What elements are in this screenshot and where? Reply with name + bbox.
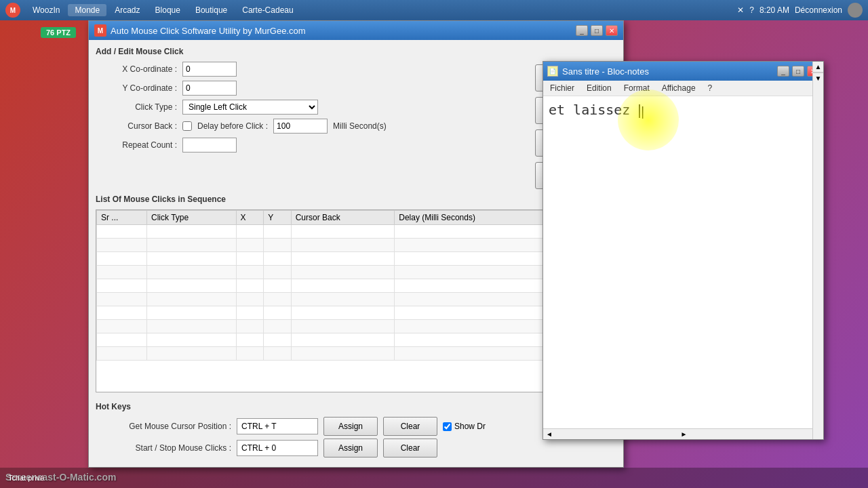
notepad-titlebar: 📄 Sans titre - Bloc-notes _ □ ✕ (543, 62, 823, 81)
col-y: Y (264, 211, 292, 225)
list-section-title: List Of Mouse Clicks in Sequence (96, 195, 560, 204)
bottom-tab-label[interactable]: Tchat privé (8, 474, 44, 482)
table-row (97, 252, 559, 266)
taskbar-item-arcadz[interactable]: Arcadz (108, 4, 146, 16)
scroll-down-arrow[interactable]: ▼ (813, 73, 823, 83)
table-row (97, 239, 559, 252)
y-coord-row: Y Co-ordinate : (96, 81, 528, 96)
cursor-back-row: Cursor Back : Delay before Click : Milli… (96, 119, 528, 134)
close-button[interactable]: ✕ (606, 25, 618, 36)
show-dr-container: Show Dr (443, 422, 486, 431)
taskbar-right: ✕ ? 8:20 AM Déconnexion (737, 3, 863, 18)
col-sr: Sr ... (97, 211, 147, 225)
taskbar-item-bloque[interactable]: Bloque (149, 4, 187, 16)
scroll-left-arrow[interactable]: ◄ (546, 430, 553, 438)
repeat-count-input[interactable] (182, 138, 237, 152)
notepad-maximize-button[interactable]: □ (792, 66, 804, 77)
cursor-back-checkbox[interactable] (182, 121, 192, 131)
col-cursor-back: Cursor Back (291, 211, 395, 225)
hotkey2-assign-button[interactable]: Assign (323, 439, 378, 458)
scroll-right-arrow[interactable]: ► (681, 430, 688, 438)
app-icon: M (94, 24, 106, 37)
taskbar-icon-question[interactable]: ? (749, 5, 754, 15)
bottom-bar: Tchat privé (0, 468, 868, 488)
show-dr-checkbox[interactable] (443, 422, 452, 431)
col-click-type: Click Type (147, 211, 237, 225)
table-container: Sr ... Click Type X Y Cursor Back Delay … (96, 209, 560, 392)
hotkey1-row: Get Mouse Cursor Position : Assign Clear… (96, 417, 616, 436)
taskbar-logo: M (5, 3, 20, 18)
click-type-row: Click Type : Single Left Click Double Le… (96, 100, 528, 115)
text-cursor: | (639, 104, 640, 118)
col-x: X (236, 211, 264, 225)
highlight-circle (618, 89, 679, 150)
repeat-count-label: Repeat Count : (96, 140, 177, 150)
click-type-select[interactable]: Single Left Click Double Left Click Righ… (182, 100, 318, 115)
hotkey1-clear-button[interactable]: Clear (383, 417, 437, 436)
y-coord-input[interactable] (182, 81, 237, 96)
taskbar-avatar (848, 3, 863, 18)
notepad-minimize-button[interactable]: _ (777, 66, 789, 77)
taskbar-icon-x[interactable]: ✕ (737, 5, 744, 15)
taskbar-item-monde[interactable]: Monde (68, 4, 106, 16)
show-dr-label: Show Dr (454, 422, 486, 431)
hotkey1-assign-button[interactable]: Assign (323, 417, 378, 436)
y-coord-label: Y Co-ordinate : (96, 83, 177, 93)
taskbar: M WoozIn Monde Arcadz Bloque Boutique Ca… (0, 0, 868, 20)
table-row (97, 266, 559, 279)
hotkey2-row: Start / Stop Mouse Clicks : Assign Clear (96, 439, 616, 458)
maximize-button[interactable]: □ (591, 25, 603, 36)
notepad-menu-affichage[interactable]: Affichage (659, 82, 698, 94)
table-row (97, 333, 559, 347)
notepad-menu-help[interactable]: ? (705, 82, 715, 94)
notepad-menu-edition[interactable]: Edition (584, 82, 614, 94)
notepad-icon: 📄 (547, 66, 558, 77)
notepad-horizontal-scrollbar[interactable]: ◄ ► ⊿ (543, 428, 823, 439)
hotkeys-section: Hot Keys Get Mouse Cursor Position : Ass… (96, 398, 616, 458)
cursor-back-label: Cursor Back : (96, 121, 177, 131)
x-coord-row: X Co-ordinate : (96, 62, 528, 77)
notepad-menu-format[interactable]: Format (621, 82, 652, 94)
taskbar-item-boutique[interactable]: Boutique (189, 4, 234, 16)
notepad-window: 📄 Sans titre - Bloc-notes _ □ ✕ Fichier … (542, 61, 824, 440)
pts-badge: 76 PTZ (41, 27, 76, 38)
taskbar-item-woozin[interactable]: WoozIn (26, 4, 66, 16)
add-edit-section-title: Add / Edit Mouse Click (96, 47, 616, 56)
x-coord-label: X Co-ordinate : (96, 64, 177, 74)
hotkey2-label: Start / Stop Mouse Clicks : (96, 443, 231, 453)
notepad-menu-fichier[interactable]: Fichier (547, 82, 577, 94)
hotkey2-clear-button[interactable]: Clear (383, 439, 437, 458)
notepad-content-area[interactable]: et laissez | (543, 96, 823, 428)
repeat-count-row: Repeat Count : (96, 138, 528, 152)
taskbar-time: 8:20 AM (760, 5, 789, 15)
notepad-text: et laissez (549, 102, 630, 118)
table-row (97, 225, 559, 239)
notepad-title: Sans titre - Bloc-notes (562, 66, 649, 77)
window-controls: _ □ ✕ (576, 25, 618, 36)
col-delay: Delay (Milli Seconds) (395, 211, 559, 225)
x-coord-input[interactable] (182, 62, 237, 77)
table-row (97, 279, 559, 293)
delay-input[interactable] (273, 119, 328, 134)
hotkeys-section-title: Hot Keys (96, 402, 616, 411)
ms-label: Milli Second(s) (333, 121, 387, 131)
hotkey2-input[interactable] (237, 440, 318, 456)
table-row (97, 320, 559, 333)
table-row (97, 306, 559, 320)
hotkey1-label: Get Mouse Cursor Position : (96, 422, 231, 431)
taskbar-item-carte-cadeau[interactable]: Carte-Cadeau (235, 4, 300, 16)
taskbar-items: WoozIn Monde Arcadz Bloque Boutique Cart… (26, 4, 734, 16)
mouse-clicks-table: Sr ... Click Type X Y Cursor Back Delay … (96, 210, 559, 361)
delay-before-click-label: Delay before Click : (197, 121, 268, 131)
main-window-title: Auto Mouse Click Software Utility by Mur… (111, 26, 306, 36)
hotkey1-input[interactable] (237, 418, 318, 434)
minimize-button[interactable]: _ (576, 25, 588, 36)
scroll-up-arrow[interactable]: ▲ (813, 62, 823, 73)
notepad-menubar: Fichier Edition Format Affichage ? (543, 81, 823, 96)
notepad-scrollbar-right[interactable]: ▲ ▼ (812, 62, 823, 439)
table-row (97, 347, 559, 361)
click-type-label: Click Type : (96, 102, 177, 112)
taskbar-deconnexion[interactable]: Déconnexion (795, 5, 842, 15)
table-row (97, 293, 559, 306)
main-window-titlebar: M Auto Mouse Click Software Utility by M… (89, 21, 623, 40)
